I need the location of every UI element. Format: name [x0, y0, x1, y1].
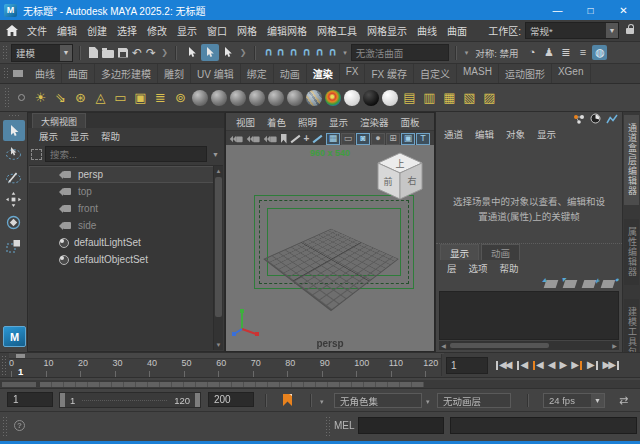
animation-end-field[interactable]: 200 — [208, 392, 254, 407]
scroll-up-icon[interactable]: ▲ — [214, 166, 223, 176]
drag-handle[interactable] — [2, 416, 7, 437]
scroll-left-icon[interactable]: ◀ — [439, 342, 448, 349]
chevron-down-icon[interactable]: ▾ — [426, 398, 430, 406]
image-plane-icon[interactable] — [290, 133, 301, 144]
help-icon[interactable]: ? — [14, 420, 25, 431]
playback-loop-icon[interactable]: ⇄ — [619, 395, 628, 406]
next-key-button[interactable]: ▶ — [569, 360, 585, 370]
shelf-tab-13[interactable]: 运动图形 — [499, 64, 552, 83]
layer-list[interactable] — [439, 291, 619, 340]
shelf-tab-11[interactable]: 自定义 — [414, 64, 457, 83]
save-scene-icon[interactable] — [118, 48, 128, 58]
view-cube[interactable]: 上 前 右 — [374, 151, 426, 209]
speed-graph-icon[interactable] — [590, 110, 601, 128]
create-empty-layer-icon[interactable] — [582, 280, 597, 288]
outliner-item-defaultObjectSet[interactable]: defaultObjectSet — [29, 251, 223, 268]
layered-shader-icon[interactable] — [306, 90, 322, 106]
menu-item-2[interactable]: 编辑 — [52, 23, 82, 38]
dock-tab-1[interactable]: 通道盒/层编辑器 — [624, 115, 639, 205]
lasso-select-tool[interactable] — [3, 143, 25, 164]
character-set-dropdown[interactable]: 无角色集 — [334, 393, 422, 408]
drag-handle[interactable] — [4, 87, 9, 108]
mel-command-input[interactable] — [358, 417, 444, 434]
surface-shader-icon[interactable] — [382, 90, 398, 106]
ramp-shader-icon[interactable] — [325, 90, 341, 106]
chevron-down-icon[interactable]: ▼ — [591, 394, 604, 407]
outliner-item-persp[interactable]: persp — [29, 166, 223, 183]
set-key-icon[interactable] — [283, 394, 292, 406]
snap-curve-icon[interactable]: ∪ — [276, 47, 285, 58]
shelf-tab-8[interactable]: 渲染 — [307, 64, 340, 83]
graph-editor-icon[interactable] — [606, 110, 618, 128]
select-tool[interactable] — [3, 120, 25, 141]
undo-icon[interactable]: ↶ — [132, 46, 142, 60]
chevron-down-icon[interactable]: ▾ — [320, 398, 324, 406]
select-object-icon[interactable] — [201, 44, 219, 61]
shelf-tab-12[interactable]: MASH — [457, 64, 499, 83]
select-component-icon[interactable] — [219, 44, 237, 61]
layer-menu-3[interactable]: 帮助 — [494, 261, 525, 275]
make-live-icon[interactable]: ∪ — [328, 47, 337, 58]
phong-icon[interactable] — [268, 90, 284, 106]
directional-light-icon[interactable]: ⇘ — [52, 91, 69, 104]
outliner-item-defaultLightSet[interactable]: defaultLightSet — [29, 234, 223, 251]
chevron-down-icon[interactable]: ▼ — [212, 151, 219, 158]
expand-chevron-icon[interactable]: ❯ — [240, 48, 247, 57]
viewport-menu-5[interactable]: 渲染器 — [354, 115, 395, 129]
search-input[interactable]: 搜索... — [45, 146, 207, 162]
outliner-tab[interactable]: 大纲视图 — [32, 113, 86, 128]
channel-display-icon[interactable] — [573, 110, 585, 128]
channel-menu-2[interactable]: 编辑 — [469, 127, 500, 141]
channel-menu-1[interactable]: 通道 — [438, 127, 469, 141]
viewcube-top-label[interactable]: 上 — [395, 159, 404, 169]
blinn-icon[interactable] — [230, 90, 246, 106]
outliner-menu-3[interactable]: 帮助 — [95, 129, 126, 143]
soft-select-icon[interactable]: ◍ — [592, 45, 607, 60]
snap-grid-icon[interactable]: ∪ — [264, 47, 273, 58]
use-background-icon[interactable] — [363, 90, 379, 106]
shelf-tab-4[interactable]: 雕刻 — [158, 64, 191, 83]
menu-item-11[interactable]: 网格显示 — [362, 23, 412, 38]
shelf-tab-5[interactable]: UV 编辑 — [191, 64, 241, 83]
chevron-down-icon[interactable]: ▾ — [343, 49, 347, 57]
dock-tab-2[interactable]: 属性编辑器 — [624, 219, 639, 285]
scrollbar-thumb[interactable] — [450, 343, 549, 348]
snap-center-icon[interactable]: ∪ — [302, 47, 311, 58]
shelf-overflow-icon[interactable] — [18, 94, 25, 101]
layer-scrollbar[interactable]: ◀ ▶ — [439, 341, 619, 350]
ipr-render-icon[interactable]: ▧ — [461, 91, 478, 104]
menu-item-6[interactable]: 显示 — [172, 23, 202, 38]
display-options-icon[interactable]: ≡ — [575, 45, 590, 60]
camera-attributes-icon[interactable] — [265, 134, 276, 144]
humanik-icon[interactable]: ♟ — [541, 45, 556, 60]
menu-item-9[interactable]: 编辑网格 — [262, 23, 312, 38]
move-tool[interactable] — [3, 189, 25, 210]
scale-tool[interactable] — [3, 235, 25, 256]
expand-chevron-icon[interactable]: ❯ — [161, 48, 168, 57]
channel-menu-3[interactable]: 对象 — [500, 127, 531, 141]
layer-menu-1[interactable]: 层 — [441, 261, 463, 275]
standard-surface-icon[interactable] — [192, 90, 208, 106]
outliner-scrollbar[interactable]: ▲ ▼ — [213, 166, 223, 350]
shelf-tab-14[interactable]: XGen — [552, 64, 591, 83]
viewport-menu-1[interactable]: 视图 — [230, 115, 261, 129]
outliner-item-top[interactable]: top — [29, 183, 223, 200]
workspace-dropdown[interactable]: 常规* ▼ — [525, 22, 619, 39]
mel-label[interactable]: MEL — [334, 420, 355, 431]
viewport-menu-2[interactable]: 着色 — [261, 115, 292, 129]
viewport-menu-4[interactable]: 显示 — [323, 115, 354, 129]
menu-item-8[interactable]: 网格 — [232, 23, 262, 38]
drag-handle[interactable] — [3, 67, 8, 80]
viewport-canvas[interactable]: 960 x 540 上 前 右 — [226, 145, 434, 351]
fps-dropdown[interactable]: 24 fps ▼ — [543, 393, 605, 408]
construction-history-icon[interactable]: ◔ — [524, 45, 539, 60]
viewport-menu-6[interactable]: 面板 — [395, 115, 426, 129]
scroll-down-icon[interactable]: ▼ — [214, 340, 223, 350]
physical-light-icon[interactable]: ⊚ — [172, 91, 189, 104]
current-frame-field[interactable]: 1 — [446, 357, 488, 374]
antialias-toggle-icon[interactable]: T — [416, 133, 430, 145]
snap-viewplane-icon[interactable]: ∪ — [315, 47, 324, 58]
lock-icon[interactable] — [626, 28, 634, 34]
scrollbar-thumb[interactable] — [215, 177, 222, 317]
open-scene-icon[interactable] — [102, 50, 114, 58]
